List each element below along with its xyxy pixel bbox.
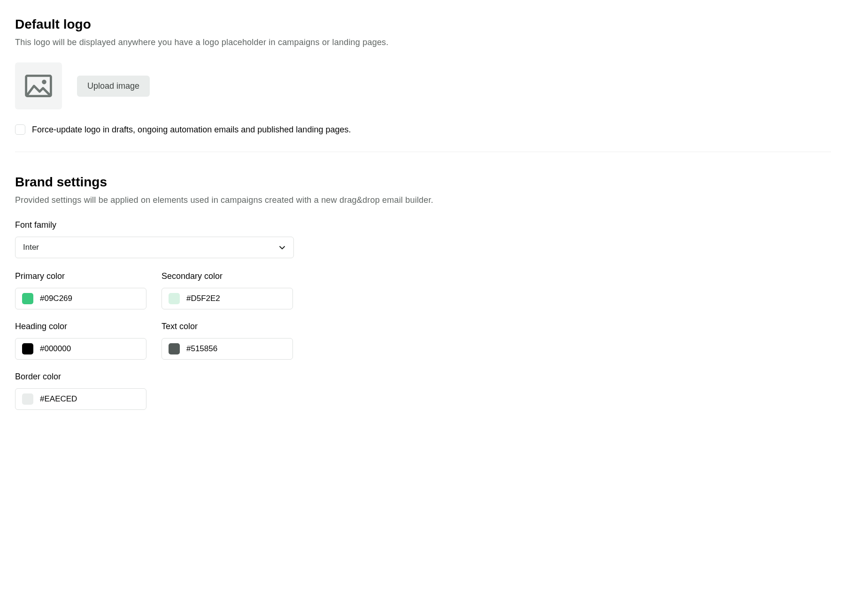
- primary-color-swatch: [22, 293, 33, 304]
- primary-color-label: Primary color: [15, 271, 146, 281]
- font-family-select[interactable]: Inter: [15, 237, 294, 258]
- primary-color-value: #09C269: [40, 294, 72, 303]
- section-divider: [15, 152, 831, 152]
- force-update-row: Force-update logo in drafts, ongoing aut…: [15, 124, 831, 135]
- image-placeholder-icon: [25, 75, 52, 97]
- logo-preview[interactable]: [15, 62, 62, 109]
- color-grid: Primary color #09C269 Secondary color #D…: [15, 271, 831, 410]
- heading-color-label: Heading color: [15, 322, 146, 331]
- heading-color-value: #000000: [40, 344, 71, 354]
- logo-row: Upload image: [15, 62, 831, 109]
- svg-point-1: [42, 80, 46, 85]
- brand-settings-description: Provided settings will be applied on ele…: [15, 195, 831, 205]
- border-color-field: Border color #EAECED: [15, 372, 146, 410]
- secondary-color-field: Secondary color #D5F2E2: [162, 271, 293, 309]
- heading-color-swatch: [22, 343, 33, 354]
- force-update-label: Force-update logo in drafts, ongoing aut…: [32, 125, 351, 135]
- upload-image-button[interactable]: Upload image: [77, 76, 150, 97]
- secondary-color-swatch: [169, 293, 180, 304]
- primary-color-input[interactable]: #09C269: [15, 288, 146, 309]
- brand-settings-title: Brand settings: [15, 175, 831, 190]
- text-color-field: Text color #515856: [162, 322, 293, 360]
- secondary-color-input[interactable]: #D5F2E2: [162, 288, 293, 309]
- force-update-checkbox[interactable]: [15, 124, 25, 135]
- chevron-down-icon: [278, 244, 286, 251]
- heading-color-input[interactable]: #000000: [15, 338, 146, 360]
- border-color-swatch: [22, 393, 33, 405]
- border-color-label: Border color: [15, 372, 146, 382]
- text-color-value: #515856: [186, 344, 217, 354]
- border-color-value: #EAECED: [40, 394, 77, 404]
- brand-settings-section: Brand settings Provided settings will be…: [15, 175, 831, 410]
- border-color-input[interactable]: #EAECED: [15, 388, 146, 410]
- default-logo-title: Default logo: [15, 17, 831, 32]
- heading-color-field: Heading color #000000: [15, 322, 146, 360]
- default-logo-section: Default logo This logo will be displayed…: [15, 17, 831, 152]
- primary-color-field: Primary color #09C269: [15, 271, 146, 309]
- font-family-label: Font family: [15, 220, 831, 230]
- font-family-field: Font family Inter: [15, 220, 831, 258]
- text-color-swatch: [169, 343, 180, 354]
- secondary-color-value: #D5F2E2: [186, 294, 220, 303]
- text-color-label: Text color: [162, 322, 293, 331]
- secondary-color-label: Secondary color: [162, 271, 293, 281]
- text-color-input[interactable]: #515856: [162, 338, 293, 360]
- default-logo-description: This logo will be displayed anywhere you…: [15, 38, 831, 47]
- font-family-value: Inter: [23, 243, 39, 252]
